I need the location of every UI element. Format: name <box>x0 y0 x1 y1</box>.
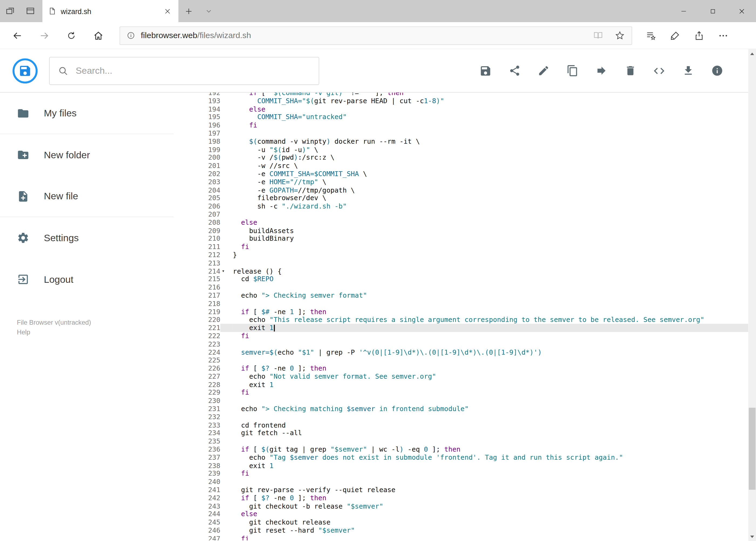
favorite-star-icon[interactable] <box>615 31 625 41</box>
code-line[interactable]: 241 git rev-parse --verify --quiet relea… <box>173 486 748 494</box>
search-box[interactable] <box>49 57 319 85</box>
reading-view-icon[interactable] <box>593 31 603 41</box>
share-icon[interactable] <box>694 30 704 41</box>
code-line[interactable]: 220 echo "This release script requires a… <box>173 316 748 324</box>
back-button[interactable] <box>4 22 31 49</box>
code-line[interactable]: 233 cd frontend <box>173 421 748 429</box>
code-line[interactable]: 217 echo "> Checking semver format" <box>173 291 748 299</box>
sidebar-item-my-files[interactable]: My files <box>0 93 173 134</box>
code-line[interactable]: 231 echo "> Checking matching $semver in… <box>173 405 748 413</box>
sidebar-item-settings[interactable]: Settings <box>0 217 173 259</box>
code-line[interactable]: 198 $(command -v winpty) docker run --rm… <box>173 138 748 146</box>
refresh-button[interactable] <box>58 22 85 49</box>
code-line[interactable]: 243 git checkout -b release "$semver" <box>173 502 748 510</box>
tab-list-dropdown-button[interactable] <box>199 0 219 22</box>
code-line[interactable]: 211 fi <box>173 243 748 251</box>
code-line[interactable]: 212} <box>173 251 748 259</box>
scroll-up-button[interactable] <box>748 49 756 58</box>
code-line[interactable]: 228 exit 1 <box>173 380 748 389</box>
code-line[interactable]: 237 echo "Tag $semver does not exist in … <box>173 453 748 462</box>
code-line[interactable]: 235 <box>173 437 748 445</box>
code-line[interactable]: 244 else <box>173 510 748 518</box>
code-line[interactable]: 193 COMMIT_SHA="$(git rev-parse HEAD | c… <box>173 97 748 105</box>
rename-button[interactable] <box>537 64 550 77</box>
code-line[interactable]: 229 fi <box>173 389 748 397</box>
code-line[interactable]: 205 filebrowser/dev \ <box>173 194 748 202</box>
code-line[interactable]: 192 if [ "$(command -v git)" != "" ]; th… <box>173 93 748 97</box>
code-line[interactable]: 230 <box>173 397 748 405</box>
code-line[interactable]: 209 buildAssets <box>173 227 748 235</box>
code-line[interactable]: 214▾release () { <box>173 267 748 275</box>
code-line[interactable]: 194 else <box>173 105 748 113</box>
code-line[interactable]: 239 fi <box>173 470 748 478</box>
sidebar-item-new-folder[interactable]: New folder <box>0 134 173 176</box>
download-button[interactable] <box>682 64 694 77</box>
code-line[interactable]: 242 if [ $? -ne 0 ]; then <box>173 494 748 502</box>
code-line[interactable]: 215 cd $REPO <box>173 275 748 283</box>
help-link[interactable]: Help <box>17 327 174 337</box>
code-line[interactable]: 232 <box>173 413 748 421</box>
code-line[interactable]: 218 <box>173 299 748 307</box>
address-bar[interactable]: filebrowser.web/files/wizard.sh <box>120 26 632 45</box>
code-line[interactable]: 223 <box>173 340 748 348</box>
maximize-button[interactable] <box>698 0 727 22</box>
tab-close-button[interactable] <box>162 6 172 16</box>
move-button[interactable] <box>595 64 607 77</box>
scroll-down-button[interactable] <box>748 532 756 541</box>
sidebar-item-new-file[interactable]: New file <box>0 176 173 217</box>
info-button[interactable] <box>711 64 723 77</box>
forward-button[interactable] <box>31 22 58 49</box>
copy-button[interactable] <box>566 64 579 77</box>
code-line[interactable]: 197 <box>173 129 748 138</box>
close-window-button[interactable] <box>727 0 756 22</box>
scrollbar-thumb[interactable] <box>749 408 755 490</box>
share-button[interactable] <box>508 64 521 77</box>
code-line[interactable]: 227 echo "Not valid semver format. See s… <box>173 372 748 380</box>
new-tab-button[interactable] <box>178 0 199 22</box>
code-line[interactable]: 196 fi <box>173 121 748 129</box>
code-line[interactable]: 224 semver=$(echo "$1" | grep -P '^v(0|[… <box>173 348 748 356</box>
code-line[interactable]: 201 -w //src \ <box>173 162 748 170</box>
code-line[interactable]: 221 exit 1 <box>173 324 748 332</box>
code-line[interactable]: 210 buildBinary <box>173 235 748 243</box>
code-line[interactable]: 240 <box>173 478 748 486</box>
code-editor[interactable]: 192 if [ "$(command -v git)" != "" ]; th… <box>173 93 748 540</box>
edit-code-button[interactable] <box>653 64 665 77</box>
code-line[interactable]: 234 git fetch --all <box>173 429 748 437</box>
hub-favorites-icon[interactable] <box>645 30 656 41</box>
code-line[interactable]: 238 exit 1 <box>173 462 748 470</box>
page-scrollbar[interactable] <box>748 49 756 541</box>
code-line[interactable]: 203 -e HOME="//tmp" \ <box>173 178 748 186</box>
code-line[interactable]: 246 git reset --hard "$semver" <box>173 526 748 535</box>
code-line[interactable]: 222 fi <box>173 332 748 340</box>
delete-button[interactable] <box>624 64 636 77</box>
tab-preview-button[interactable] <box>20 0 41 22</box>
code-line[interactable]: 206 sh -c "./wizard.sh -b" <box>173 202 748 211</box>
search-input[interactable] <box>76 65 310 76</box>
site-info-icon[interactable] <box>127 31 135 39</box>
code-line[interactable]: 225 <box>173 356 748 364</box>
code-line[interactable]: 200 -v /$(pwd):/src:z \ <box>173 154 748 162</box>
code-line[interactable]: 202 -e COMMIT_SHA=$COMMIT_SHA \ <box>173 170 748 178</box>
code-line[interactable]: 208 else <box>173 219 748 227</box>
code-line[interactable]: 207 <box>173 211 748 219</box>
tab-wizard-sh[interactable]: wizard.sh <box>42 0 178 22</box>
set-aside-tabs-button[interactable] <box>0 0 20 22</box>
code-line[interactable]: 199 -u "$(id -u)" \ <box>173 146 748 154</box>
code-line[interactable]: 236 if [ $(git tag | grep "$semver" | wc… <box>173 445 748 453</box>
minimize-button[interactable] <box>669 0 698 22</box>
code-line[interactable]: 219 if [ $# -ne 1 ]; then <box>173 307 748 316</box>
code-line[interactable]: 213 <box>173 259 748 267</box>
code-line[interactable]: 195 COMMIT_SHA="untracked" <box>173 113 748 121</box>
web-note-pen-icon[interactable] <box>670 30 680 41</box>
code-line[interactable]: 247 fi <box>173 535 748 540</box>
home-button[interactable] <box>85 22 112 49</box>
code-line[interactable]: 245 git checkout release <box>173 518 748 526</box>
save-button[interactable] <box>479 64 492 77</box>
app-logo[interactable] <box>12 58 38 83</box>
code-line[interactable]: 204 -e GOPATH=//tmp/gopath \ <box>173 186 748 194</box>
code-line[interactable]: 216 <box>173 283 748 291</box>
sidebar-item-logout[interactable]: Logout <box>0 259 173 300</box>
more-options-icon[interactable] <box>718 30 728 41</box>
fold-toggle-icon[interactable]: ▾ <box>220 267 233 275</box>
